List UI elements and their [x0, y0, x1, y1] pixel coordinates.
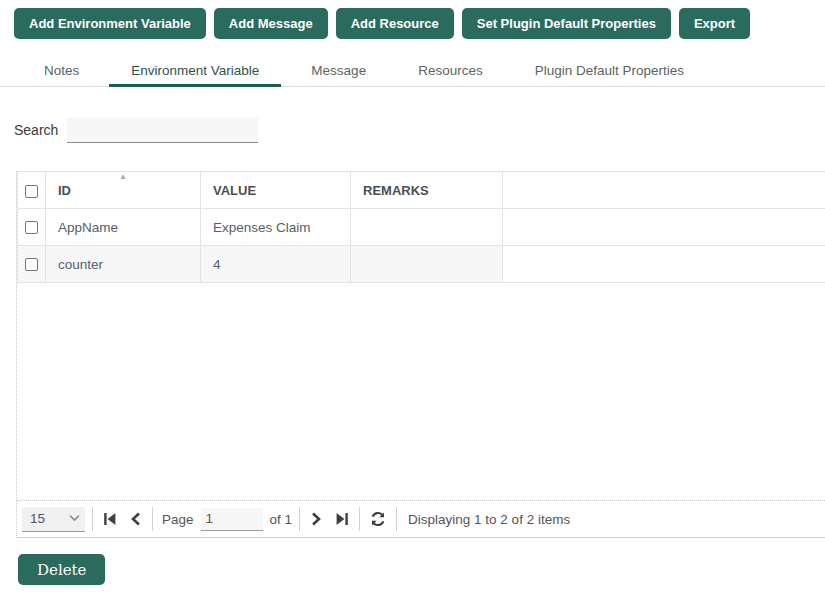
grid-empty-area: [17, 283, 825, 500]
cell-remarks: [351, 246, 503, 283]
cell-id: AppName: [46, 209, 201, 246]
search-input[interactable]: [67, 117, 258, 143]
page-size-select-wrap: 15: [22, 507, 85, 532]
refresh-button[interactable]: [367, 509, 389, 529]
cell-filler: [503, 246, 825, 283]
column-header-remarks[interactable]: REMARKS: [351, 172, 503, 209]
grid-table: ▲ ID VALUE REMARKS AppName Expenses Clai…: [17, 171, 825, 283]
toolbar-divider: [152, 507, 153, 531]
previous-page-button[interactable]: [127, 510, 145, 528]
page-of-label: of 1: [270, 512, 293, 527]
toolbar-divider: [359, 507, 360, 531]
page-label: Page: [162, 512, 194, 527]
first-page-button[interactable]: [100, 510, 120, 528]
row-checkbox[interactable]: [25, 221, 38, 234]
next-page-icon: [310, 512, 322, 526]
last-page-button[interactable]: [332, 510, 352, 528]
action-button-bar: Add Environment Variable Add Message Add…: [14, 8, 825, 39]
set-plugin-default-properties-button[interactable]: Set Plugin Default Properties: [462, 8, 671, 39]
search-label: Search: [14, 122, 58, 138]
row-checkbox-cell: [18, 209, 46, 246]
next-page-button[interactable]: [307, 510, 325, 528]
delete-button[interactable]: Delete: [18, 554, 105, 585]
grid-header-row: ▲ ID VALUE REMARKS: [18, 172, 825, 209]
toolbar-divider: [299, 507, 300, 531]
environment-variable-grid: ▲ ID VALUE REMARKS AppName Expenses Clai…: [16, 171, 825, 538]
column-header-id-label: ID: [58, 183, 71, 198]
last-page-icon: [335, 512, 349, 526]
row-checkbox[interactable]: [25, 258, 38, 271]
table-row: AppName Expenses Claim: [18, 209, 825, 246]
tab-environment-variable[interactable]: Environment Variable: [109, 56, 281, 87]
toolbar-divider: [92, 507, 93, 531]
tab-resources[interactable]: Resources: [396, 56, 505, 87]
displaying-status-text: Displaying 1 to 2 of 2 items: [408, 512, 570, 527]
toolbar-divider: [396, 507, 397, 531]
cell-value: Expenses Claim: [201, 209, 351, 246]
cell-id: counter: [46, 246, 201, 283]
pagination-toolbar: 15 Page of 1 Displaying 1 to: [17, 500, 825, 538]
cell-value: 4: [201, 246, 351, 283]
column-header-filler: [503, 172, 825, 209]
column-header-id[interactable]: ▲ ID: [46, 172, 201, 209]
tab-message[interactable]: Message: [289, 56, 388, 87]
sort-ascending-icon: ▲: [119, 173, 127, 181]
search-row: Search: [14, 117, 825, 143]
refresh-icon: [370, 511, 386, 527]
add-message-button[interactable]: Add Message: [214, 8, 328, 39]
tab-notes[interactable]: Notes: [22, 56, 101, 87]
select-all-cell: [18, 172, 46, 209]
first-page-icon: [103, 512, 117, 526]
cell-filler: [503, 209, 825, 246]
page-size-select[interactable]: 15: [22, 507, 85, 532]
page-number-input[interactable]: [201, 508, 263, 531]
add-environment-variable-button[interactable]: Add Environment Variable: [14, 8, 206, 39]
add-resource-button[interactable]: Add Resource: [336, 8, 454, 39]
tab-plugin-default-properties[interactable]: Plugin Default Properties: [513, 56, 706, 87]
tab-bar: Notes Environment Variable Message Resou…: [0, 56, 825, 87]
column-header-value[interactable]: VALUE: [201, 172, 351, 209]
previous-page-icon: [130, 512, 142, 526]
select-all-checkbox[interactable]: [25, 185, 38, 198]
row-checkbox-cell: [18, 246, 46, 283]
cell-remarks: [351, 209, 503, 246]
export-button[interactable]: Export: [679, 8, 750, 39]
table-row: counter 4: [18, 246, 825, 283]
